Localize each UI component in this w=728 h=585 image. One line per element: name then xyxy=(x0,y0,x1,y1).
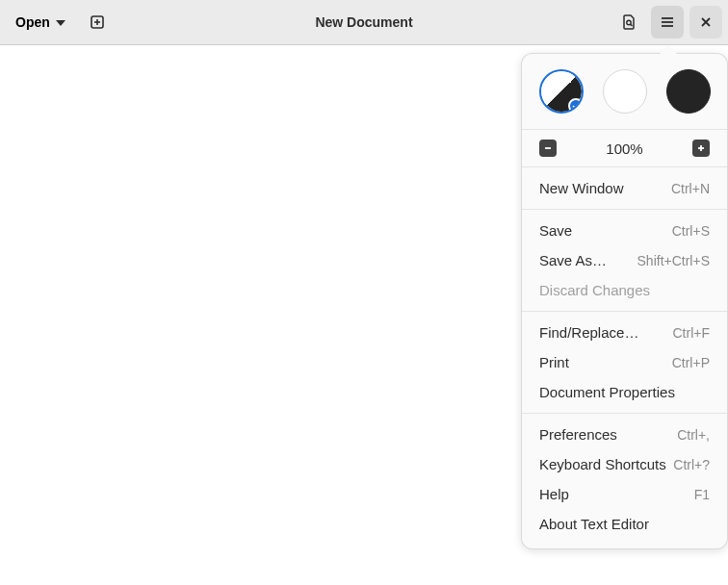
headerbar: Open New Document xyxy=(0,0,728,45)
menu-item-label: New Window xyxy=(539,180,624,196)
menu-item-label: Help xyxy=(539,486,569,502)
minus-icon xyxy=(542,142,554,154)
zoom-control: 100% xyxy=(522,132,727,165)
theme-light[interactable] xyxy=(603,69,647,114)
menu-item[interactable]: New WindowCtrl+N xyxy=(522,173,727,203)
menu-item[interactable]: Save As…Shift+Ctrl+S xyxy=(522,245,727,275)
menu-item[interactable]: Find/Replace…Ctrl+F xyxy=(522,318,727,347)
menu-item-shortcut: Ctrl+? xyxy=(673,457,710,472)
menu-item-shortcut: Ctrl+N xyxy=(671,181,710,196)
close-button[interactable] xyxy=(689,6,722,38)
headerbar-right xyxy=(612,6,722,38)
menu-item-label: Save xyxy=(539,222,572,239)
separator xyxy=(522,129,727,130)
menu-item-label: Discard Changes xyxy=(539,282,650,298)
new-tab-icon xyxy=(90,14,105,30)
separator xyxy=(522,209,727,210)
menu-item-shortcut: Shift+Ctrl+S xyxy=(637,253,710,268)
menu-item: Discard Changes xyxy=(522,275,727,305)
menu-item[interactable]: PreferencesCtrl+, xyxy=(522,420,727,449)
menu-item-label: About Text Editor xyxy=(539,516,649,532)
menu-group: SaveCtrl+SSave As…Shift+Ctrl+SDiscard Ch… xyxy=(522,212,727,309)
hamburger-icon xyxy=(660,14,675,30)
headerbar-left: Open xyxy=(6,6,114,38)
menu-item-shortcut: Ctrl+S xyxy=(672,223,710,239)
menu-item[interactable]: SaveCtrl+S xyxy=(522,216,727,245)
menu-group: PreferencesCtrl+,Keyboard ShortcutsCtrl+… xyxy=(522,416,727,543)
menu-item-label: Preferences xyxy=(539,426,617,443)
menu-item-shortcut: Ctrl+P xyxy=(672,355,710,370)
menu-item[interactable]: Document Properties xyxy=(522,377,727,407)
zoom-value: 100% xyxy=(606,140,642,157)
chevron-down-icon xyxy=(56,20,65,26)
separator xyxy=(522,166,727,167)
check-icon xyxy=(568,98,584,114)
menu-item-shortcut: Ctrl+F xyxy=(673,325,711,341)
theme-selector xyxy=(522,60,727,127)
menu-item-label: Document Properties xyxy=(539,384,675,400)
zoom-in-button[interactable] xyxy=(692,140,710,157)
menu-item[interactable]: PrintCtrl+P xyxy=(522,347,727,377)
close-icon xyxy=(699,15,713,29)
menu-item-label: Find/Replace… xyxy=(539,324,638,341)
menu-item[interactable]: About Text Editor xyxy=(522,509,727,539)
plus-icon xyxy=(695,142,707,154)
separator xyxy=(522,311,727,312)
theme-dark[interactable] xyxy=(666,69,711,114)
menu-item-shortcut: F1 xyxy=(694,487,710,502)
menu-item-label: Save As… xyxy=(539,252,607,268)
open-button[interactable]: Open xyxy=(6,9,75,36)
zoom-out-button[interactable] xyxy=(539,140,557,157)
document-search-icon xyxy=(621,14,637,30)
new-tab-button[interactable] xyxy=(81,6,114,38)
menu-group: Find/Replace…Ctrl+FPrintCtrl+PDocument P… xyxy=(522,314,727,411)
menu-item-label: Keyboard Shortcuts xyxy=(539,456,666,472)
search-button[interactable] xyxy=(612,6,645,38)
menu-item[interactable]: HelpF1 xyxy=(522,479,727,509)
open-label: Open xyxy=(15,14,50,30)
separator xyxy=(522,413,727,414)
hamburger-menu-button[interactable] xyxy=(651,6,684,38)
menu-group: New WindowCtrl+N xyxy=(522,169,727,207)
svg-point-3 xyxy=(627,20,631,24)
theme-follow-system[interactable] xyxy=(539,69,584,114)
main-menu-popover: 100% New WindowCtrl+NSaveCtrl+SSave As…S… xyxy=(521,53,728,549)
menu-item-shortcut: Ctrl+, xyxy=(677,427,710,443)
menu-item-label: Print xyxy=(539,354,569,370)
svg-line-4 xyxy=(631,24,633,26)
menu-item[interactable]: Keyboard ShortcutsCtrl+? xyxy=(522,449,727,479)
